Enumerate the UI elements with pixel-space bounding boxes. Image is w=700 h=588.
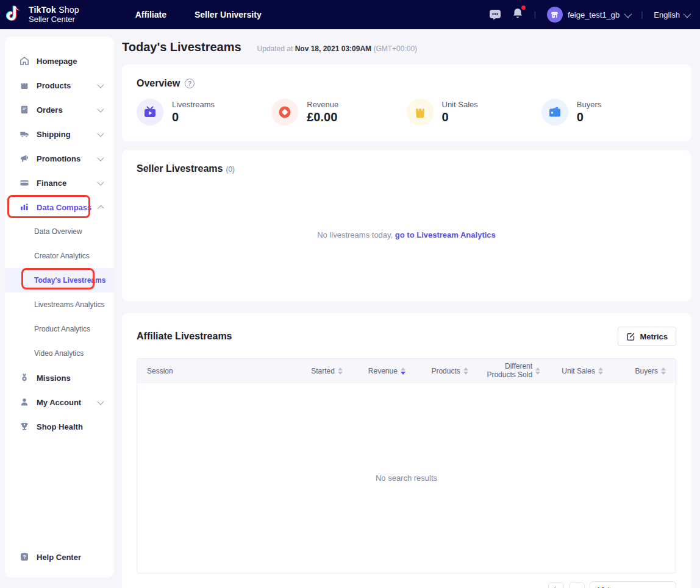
sort-icon — [661, 367, 666, 375]
shopping-bag-icon — [414, 105, 426, 119]
tiktok-shop-logo[interactable]: TikTok Shop Seller Center — [6, 5, 79, 24]
sidebar-subitem-livestreams-analytics[interactable]: Livestreams Analytics — [5, 292, 114, 317]
sidebar-item-missions[interactable]: Missions — [5, 366, 114, 390]
help-icon: ? — [20, 552, 29, 562]
shopping-bag-icon — [20, 80, 29, 90]
sidebar-subitem-creator-analytics[interactable]: Creator Analytics — [5, 244, 114, 268]
sidebar-item-label: Missions — [37, 374, 71, 383]
sidebar-subitem-video-analytics[interactable]: Video Analytics — [5, 341, 114, 366]
sidebar-item-shipping[interactable]: Shipping — [5, 122, 114, 146]
bar-chart-icon — [20, 202, 29, 212]
sidebar-item-promotions[interactable]: Promotions — [5, 146, 114, 171]
chat-icon[interactable] — [489, 9, 501, 20]
updated-at: Updated at Nov 18, 2021 03:09AM (GMT+00:… — [257, 44, 418, 53]
sidebar-item-homepage[interactable]: Homepage — [5, 49, 114, 73]
affiliate-table: Session Started Revenue Products Differe… — [137, 358, 676, 573]
column-label: Buyers — [635, 367, 658, 375]
column-started[interactable]: Started — [280, 367, 343, 375]
sort-icon — [535, 367, 540, 375]
chevron-down-icon — [97, 179, 104, 185]
chevron-down-icon — [684, 10, 691, 18]
metric-buyers: Buyers 0 — [541, 99, 676, 126]
page-title: Today's Livestreams — [122, 40, 241, 54]
help-tooltip-icon[interactable]: ? — [185, 79, 195, 88]
chevron-down-icon — [97, 105, 104, 112]
wallet-icon — [548, 106, 562, 118]
updated-prefix: Updated at — [257, 44, 293, 53]
metric-icon-circle — [541, 99, 568, 126]
metric-value: 0 — [172, 110, 215, 124]
sidebar-item-my-account[interactable]: My Account — [5, 390, 114, 414]
column-buyers[interactable]: Buyers — [603, 367, 666, 375]
pagination-next-button[interactable] — [569, 582, 585, 588]
trophy-icon — [20, 422, 29, 431]
metric-label: Buyers — [577, 100, 601, 109]
topbar-right: | feige_test1_gb | English — [489, 7, 689, 23]
notification-badge — [521, 5, 526, 10]
sidebar-item-finance[interactable]: Finance — [5, 171, 114, 195]
sidebar-subitem-label: Today's Livestreams — [34, 276, 105, 285]
items-per-page-value: 10 items per page — [596, 586, 660, 588]
metric-value: 0 — [442, 110, 478, 124]
column-different-products-sold[interactable]: Different Products Sold — [468, 363, 540, 380]
chevron-left-icon — [553, 586, 559, 588]
column-session: Session — [147, 367, 280, 375]
column-products[interactable]: Products — [405, 367, 468, 375]
logo-tiktok: TikTok — [29, 5, 56, 15]
sidebar-item-help-center[interactable]: ? Help Center — [5, 545, 114, 569]
affiliate-livestreams-title: Affiliate Livestreams — [137, 331, 232, 342]
notifications[interactable] — [512, 7, 523, 22]
pagination-prev-button[interactable] — [548, 582, 564, 588]
sidebar-item-label: Shipping — [37, 130, 71, 139]
table-empty-state: No search results — [137, 383, 676, 573]
main-content: Today's Livestreams Updated at Nov 18, 2… — [122, 29, 691, 588]
sidebar-item-shop-health[interactable]: Shop Health — [5, 414, 114, 439]
divider: | — [641, 10, 643, 19]
sidebar-item-label: Finance — [37, 179, 66, 188]
column-revenue[interactable]: Revenue — [343, 367, 405, 375]
logo-text: TikTok Shop Seller Center — [29, 5, 79, 24]
chevron-down-icon — [97, 398, 104, 405]
column-label: Revenue — [368, 367, 398, 375]
person-icon — [20, 397, 29, 407]
revenue-coin-icon — [278, 105, 291, 119]
items-per-page-select[interactable]: 10 items per page — [590, 581, 676, 588]
user-menu[interactable]: feige_test1_gb — [547, 7, 630, 23]
column-label: Started — [311, 367, 335, 375]
metric-unit-sales: Unit Sales 0 — [407, 99, 541, 126]
sidebar-subitem-label: Livestreams Analytics — [34, 300, 104, 309]
sidebar-item-label: Data Compass — [37, 203, 91, 212]
metric-livestreams: Livestreams 0 — [137, 99, 271, 126]
column-label: Session — [147, 367, 173, 375]
updated-timezone: (GMT+00:00) — [373, 44, 417, 53]
metric-label: Revenue — [307, 100, 338, 109]
sidebar-item-orders[interactable]: Orders — [5, 97, 114, 122]
sidebar-item-label: My Account — [37, 398, 81, 407]
language-selector[interactable]: English — [654, 10, 689, 19]
nav-affiliate[interactable]: Affiliate — [135, 10, 166, 19]
metrics-button[interactable]: Metrics — [618, 327, 676, 346]
column-unit-sales[interactable]: Unit Sales — [540, 367, 603, 375]
updated-time: Nov 18, 2021 03:09AM — [295, 44, 371, 53]
sidebar-item-products[interactable]: Products — [5, 73, 114, 97]
sidebar-subitem-data-overview[interactable]: Data Overview — [5, 219, 114, 244]
metric-label: Unit Sales — [442, 100, 478, 109]
home-icon — [20, 56, 29, 66]
sort-icon-active-desc — [401, 367, 405, 375]
sidebar-subitem-todays-livestreams[interactable]: Today's Livestreams — [5, 268, 114, 292]
credit-card-icon — [20, 178, 29, 188]
chevron-down-icon — [624, 10, 632, 18]
logo-shop: Shop — [59, 5, 79, 15]
nav-seller-university[interactable]: Seller University — [195, 10, 262, 19]
sidebar-subitem-label: Video Analytics — [34, 349, 84, 358]
divider: | — [534, 10, 536, 19]
table-header-row: Session Started Revenue Products Differe… — [137, 359, 676, 383]
sidebar-subitem-product-analytics[interactable]: Product Analytics — [5, 317, 114, 341]
livestream-analytics-link[interactable]: go to Livestream Analytics — [395, 230, 496, 239]
column-label: Different Products Sold — [481, 363, 532, 380]
sort-icon — [598, 367, 603, 375]
sidebar-item-data-compass[interactable]: Data Compass — [5, 195, 114, 219]
sidebar-subitem-label: Product Analytics — [34, 325, 90, 333]
sidebar-subitem-label: Data Overview — [34, 227, 82, 236]
metric-value: 0 — [577, 110, 601, 124]
